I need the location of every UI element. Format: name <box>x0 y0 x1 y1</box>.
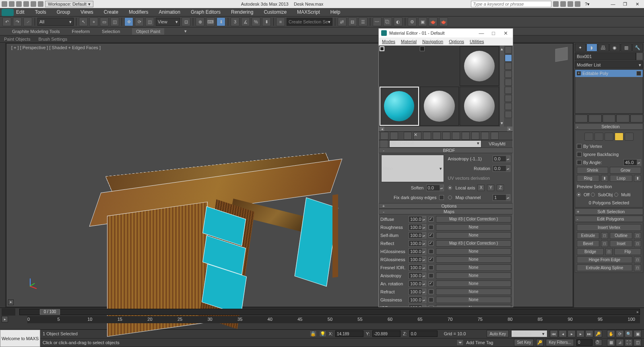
time-slider[interactable]: 0 / 100 ▸ <box>19 309 640 315</box>
time-tag-icon[interactable]: ⏷ <box>456 339 464 346</box>
render-frame-icon[interactable]: ▣ <box>418 17 427 26</box>
map-amount-spinner[interactable]: 100.0▴▾ <box>409 297 426 303</box>
material-slots-vscroll[interactable]: ▴▾ <box>500 46 504 127</box>
lock-selection-icon[interactable]: 🔒 <box>310 330 317 337</box>
infocenter-icon[interactable] <box>553 1 559 7</box>
close-button[interactable]: ✕ <box>632 0 642 8</box>
menu-group[interactable]: Group <box>57 9 70 15</box>
btn-bridge[interactable]: Bridge <box>577 248 604 255</box>
spinner-anisotropy[interactable]: 0.0▴▾ <box>493 156 510 162</box>
snap-toggle-icon[interactable]: ⬇ <box>217 17 225 26</box>
so-border-icon[interactable] <box>605 133 613 141</box>
zoom-all-icon[interactable]: ▦ <box>607 339 615 346</box>
brdf-shader-dropdown[interactable]: Blinn▾ <box>381 155 444 182</box>
ribbon-expand-icon[interactable]: ▾ <box>184 29 187 34</box>
application-menu-icon[interactable] <box>2 9 14 16</box>
chk-ignoreback[interactable] <box>577 152 582 157</box>
make-preview-icon[interactable] <box>505 87 512 94</box>
map-enable-checkbox[interactable] <box>429 297 433 302</box>
named-selection-dropdown[interactable]: Create Selection Se▾ <box>287 18 332 26</box>
btn-extrude[interactable]: Extrude <box>577 232 599 239</box>
render-prod-icon[interactable]: 🫖 <box>439 17 448 26</box>
matmenu-options[interactable]: Options <box>449 39 464 44</box>
exchange-icon[interactable] <box>568 1 573 7</box>
help-search-input[interactable] <box>471 1 551 7</box>
menu-grapheditors[interactable]: Graph Editors <box>191 9 221 15</box>
btn-bridge-settings[interactable]: □ <box>605 248 613 255</box>
spinner-rotation[interactable]: 0.0▴▾ <box>493 165 510 172</box>
rollout-editpoly-header[interactable]: -Edit Polygons <box>575 216 643 222</box>
chk-fixdark[interactable] <box>439 195 444 200</box>
make-copy-icon[interactable] <box>423 132 431 140</box>
viewcube-icon[interactable] <box>551 44 572 64</box>
viewport-playback-icon[interactable]: ▸ <box>8 299 14 305</box>
menu-modifiers[interactable]: Modifiers <box>129 9 149 15</box>
map-slot-button[interactable]: None <box>436 272 511 279</box>
show-in-viewport-icon[interactable] <box>462 132 470 140</box>
mirror-icon[interactable]: ⇄ <box>338 17 347 26</box>
tab-motion-icon[interactable]: ◉ <box>609 44 621 52</box>
spinnersnap-icon[interactable]: ⬍ <box>262 17 271 26</box>
options-icon[interactable] <box>505 95 512 102</box>
editnamed-icon[interactable]: ≡ <box>276 17 285 26</box>
radio-multi[interactable] <box>614 193 618 197</box>
reset-map-icon[interactable]: ✕ <box>413 132 421 140</box>
link-icon[interactable]: ⟋ <box>23 17 32 26</box>
material-name-dropdown[interactable]: 01 - Default▾ <box>389 140 481 148</box>
sample-type-icon[interactable] <box>505 46 512 54</box>
play-icon[interactable]: ▸ <box>568 330 576 337</box>
prev-frame-icon[interactable]: ◂ <box>559 330 567 337</box>
radio-subobj[interactable] <box>591 193 595 197</box>
btn-insertvertex[interactable]: Insert Vertex <box>577 224 641 231</box>
map-enable-checkbox[interactable] <box>429 305 433 307</box>
map-amount-spinner[interactable]: 100.0▴▾ <box>409 256 426 263</box>
mateditor-close[interactable]: ✕ <box>501 30 510 36</box>
map-slot-button[interactable]: None <box>436 289 511 295</box>
keymode-dropdown[interactable]: Selected▾ <box>511 330 547 337</box>
axis-y-button[interactable]: Y <box>487 185 494 191</box>
setkey-large-icon[interactable]: 🔑 <box>536 339 543 346</box>
modstack-item-editablepoly[interactable]: + Editable Poly <box>575 70 643 77</box>
spinner-loop[interactable]: ⬍ <box>634 175 641 182</box>
chk-byvertex[interactable] <box>577 144 582 149</box>
anglesnap-icon[interactable]: ∡ <box>241 17 250 26</box>
configure-icon[interactable] <box>630 114 643 123</box>
fov-icon[interactable]: ⊿ <box>616 339 624 346</box>
map-amount-spinner[interactable]: 100.0▴▾ <box>409 224 426 231</box>
make-unique-icon[interactable] <box>603 114 615 123</box>
radio-mapchannel[interactable] <box>448 195 452 199</box>
btn-outline[interactable]: Outline <box>610 232 632 239</box>
material-slot-5[interactable] <box>420 87 459 126</box>
schematic-icon[interactable]: ⿻ <box>383 17 392 26</box>
maxscript-listener[interactable]: Welcome to MAXS <box>0 330 40 347</box>
rollout-maps-header[interactable]: -Maps <box>379 209 513 214</box>
matmenu-modes[interactable]: Modes <box>382 39 395 44</box>
next-frame-icon[interactable]: ▸ <box>576 330 584 337</box>
map-enable-checkbox[interactable] <box>429 265 433 270</box>
selection-filter-dropdown[interactable]: All▾ <box>37 18 74 26</box>
render-setup-icon[interactable]: ⚙ <box>408 17 417 26</box>
workspace-dropdown[interactable]: Workspace: Default▾ <box>45 1 93 7</box>
btn-outline-settings[interactable]: □ <box>634 232 641 239</box>
material-editor-titlebar[interactable]: Material Editor - 01 - Default — □ ✕ <box>379 29 513 37</box>
spinner-soften[interactable]: 0.0▴▾ <box>426 185 444 191</box>
btn-ring[interactable]: Ring <box>577 175 599 182</box>
qat-new-icon[interactable] <box>9 1 14 7</box>
btn-extrude-settings[interactable]: □ <box>601 232 608 239</box>
object-color-swatch[interactable] <box>636 52 643 60</box>
snap3-icon[interactable]: 3 <box>231 17 239 26</box>
redo-icon[interactable]: ↷ <box>13 17 22 26</box>
rotate-icon[interactable]: ⟳ <box>135 17 144 26</box>
coord-y-field[interactable]: -20.889 <box>372 330 400 337</box>
ribbon-tab-graphite[interactable]: Graphite Modeling Tools <box>12 29 60 34</box>
setkey-button[interactable]: Set Key <box>514 339 534 346</box>
assign-to-selection-icon[interactable] <box>404 132 412 140</box>
ribbon-tab-freeform[interactable]: Freeform <box>72 29 90 34</box>
video-check-icon[interactable] <box>505 79 512 86</box>
spinner-ring[interactable]: ⬍ <box>601 175 608 182</box>
material-slot-4[interactable] <box>380 87 419 126</box>
curve-editor-icon[interactable]: 〰 <box>373 17 382 26</box>
modifier-stack[interactable]: + Editable Poly <box>575 69 643 114</box>
btn-inset[interactable]: Inset <box>610 240 632 247</box>
viewport-label[interactable]: [ + ] [ Perspective ] [ Shaded + Edged F… <box>11 45 101 50</box>
